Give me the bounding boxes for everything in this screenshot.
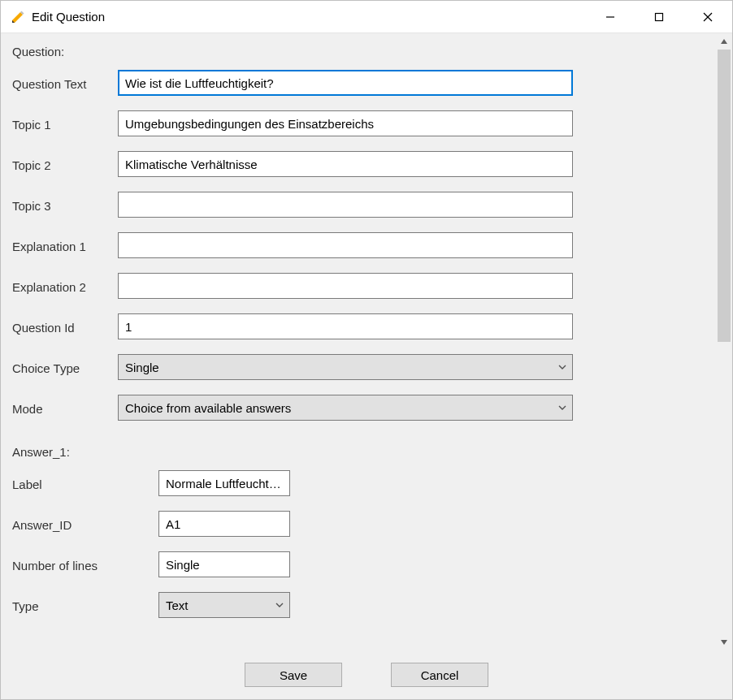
- choice-type-label: Choice Type: [12, 360, 118, 375]
- explanation2-input[interactable]: [118, 273, 573, 299]
- minimize-button[interactable]: [586, 1, 635, 32]
- chevron-down-icon: [275, 600, 284, 610]
- topic1-input[interactable]: [118, 110, 573, 136]
- maximize-button[interactable]: [635, 1, 683, 32]
- scroll-track[interactable]: [716, 50, 732, 634]
- svg-marker-0: [12, 12, 23, 23]
- answer-type-dropdown[interactable]: Text: [158, 592, 290, 618]
- explanation1-label: Explanation 1: [12, 238, 118, 253]
- answer-type-value: Text: [166, 598, 275, 612]
- mode-value: Choice from available answers: [125, 401, 557, 415]
- answer-label-input[interactable]: [158, 470, 290, 496]
- answer-id-label: Answer_ID: [12, 516, 158, 532]
- number-of-lines-input[interactable]: [158, 551, 290, 577]
- question-id-input[interactable]: [118, 313, 573, 339]
- window-title: Edit Question: [32, 10, 586, 24]
- chevron-down-icon: [557, 403, 567, 413]
- topic2-label: Topic 2: [12, 157, 118, 172]
- topic3-label: Topic 3: [12, 197, 118, 213]
- title-bar: Edit Question: [1, 1, 732, 33]
- choice-type-dropdown[interactable]: Single: [118, 354, 573, 380]
- topic2-input[interactable]: [118, 151, 573, 177]
- scroll-down-button[interactable]: [716, 634, 732, 650]
- close-button[interactable]: [683, 1, 732, 32]
- number-of-lines-label: Number of lines: [12, 557, 158, 573]
- save-button[interactable]: Save: [245, 663, 342, 687]
- choice-type-value: Single: [125, 361, 557, 374]
- mode-dropdown[interactable]: Choice from available answers: [118, 395, 573, 421]
- svg-marker-7: [721, 39, 727, 44]
- question-text-input[interactable]: [118, 70, 573, 96]
- form-panel: Question: Question Text Topic 1 Topic 2 …: [1, 33, 716, 650]
- vertical-scrollbar[interactable]: [716, 33, 732, 650]
- mode-label: Mode: [12, 400, 118, 416]
- save-button-label: Save: [280, 668, 307, 682]
- cancel-button-label: Cancel: [421, 668, 459, 682]
- answer-section-heading: Answer_1:: [12, 445, 705, 459]
- answer-label-label: Label: [12, 476, 158, 491]
- explanation1-input[interactable]: [118, 232, 573, 258]
- chevron-down-icon: [557, 362, 567, 372]
- scroll-up-button[interactable]: [716, 33, 732, 50]
- scroll-thumb[interactable]: [718, 50, 731, 342]
- dialog-footer: Save Cancel: [1, 650, 732, 699]
- answer-type-label: Type: [12, 598, 158, 613]
- question-section-heading: Question:: [12, 45, 705, 58]
- answer-id-input[interactable]: [158, 511, 290, 537]
- svg-rect-4: [656, 13, 663, 20]
- explanation2-label: Explanation 2: [12, 279, 118, 294]
- svg-marker-8: [721, 640, 727, 645]
- pencil-icon: [11, 10, 25, 24]
- topic1-label: Topic 1: [12, 116, 118, 132]
- cancel-button[interactable]: Cancel: [391, 663, 488, 687]
- question-text-label: Question Text: [12, 76, 118, 91]
- question-id-label: Question Id: [12, 319, 118, 335]
- topic3-input[interactable]: [118, 192, 573, 218]
